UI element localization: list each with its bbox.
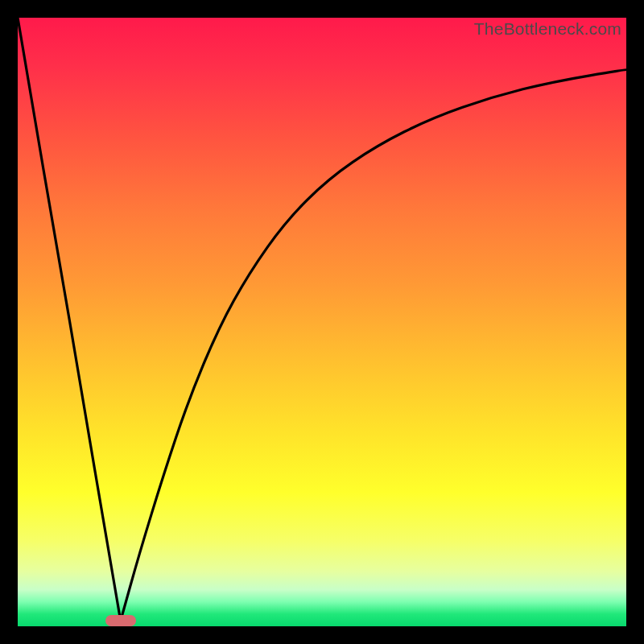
optimum-marker bbox=[105, 615, 136, 626]
curve-right-rise bbox=[121, 69, 626, 621]
chart-frame: TheBottleneck.com bbox=[0, 0, 644, 644]
plot-area bbox=[18, 18, 626, 626]
curve-left-descent bbox=[18, 18, 121, 621]
curve-layer bbox=[18, 18, 626, 626]
watermark-text: TheBottleneck.com bbox=[474, 19, 621, 39]
